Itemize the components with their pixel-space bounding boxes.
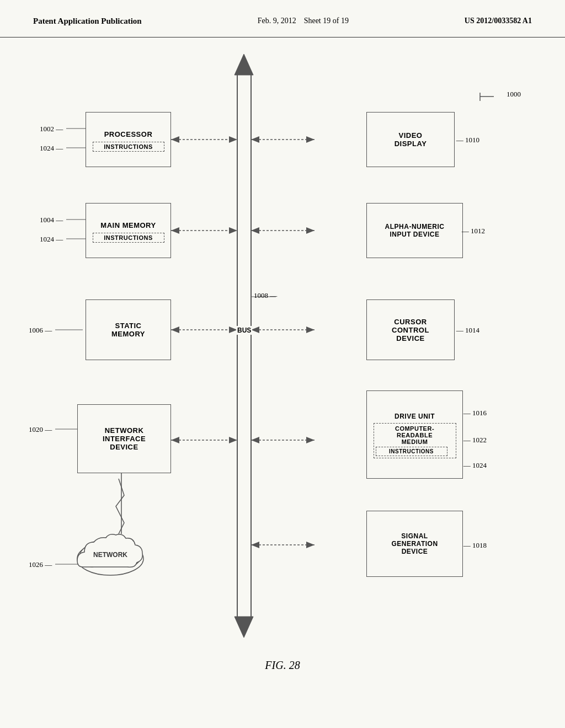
static-memory-box: STATICMEMORY (86, 299, 171, 360)
main-memory-box: MAIN MEMORY INSTRUCTIONS (86, 203, 171, 258)
cursor-control-label: CURSORCONTROLDEVICE (392, 318, 429, 342)
network-cloud-container: NETWORK (66, 523, 154, 580)
ref-1014: — 1014 (456, 326, 479, 335)
ref-1024-mem: 1024 — (40, 235, 63, 244)
svg-text:NETWORK: NETWORK (93, 551, 127, 559)
static-memory-label: STATICMEMORY (111, 322, 145, 338)
alpha-numeric-box: ALPHA-NUMERICINPUT DEVICE (366, 203, 463, 258)
page: Patent Application Publication Feb. 9, 2… (0, 0, 565, 728)
patent-number: US 2012/0033582 A1 (465, 17, 532, 25)
network-interface-label: NETWORKINTERFACEDEVICE (103, 426, 146, 451)
page-header: Patent Application Publication Feb. 9, 2… (0, 0, 565, 38)
signal-gen-label: SIGNALGENERATIONDEVICE (391, 532, 438, 555)
network-interface-box: NETWORKINTERFACEDEVICE (77, 404, 171, 473)
signal-gen-box: SIGNALGENERATIONDEVICE (366, 511, 463, 577)
video-display-label: VIDEODISPLAY (395, 131, 427, 148)
ref-1022: — 1022 (463, 436, 487, 445)
instructions-box-drive: INSTRUCTIONS (376, 447, 447, 456)
ref-1008: 1008 — (254, 291, 277, 300)
svg-marker-8 (234, 617, 253, 638)
ref-1018: — 1018 (463, 541, 487, 550)
processor-label: PROCESSOR (102, 128, 155, 141)
sheet-info: Sheet 19 of 19 (304, 17, 349, 25)
ref-1026: 1026 — (29, 560, 52, 569)
drive-unit-label: DRIVE UNIT (393, 411, 436, 421)
publication-date: Feb. 9, 2012 (258, 17, 296, 25)
ref-1000: 1000 (507, 90, 521, 99)
ref-1002: 1002 — (40, 125, 63, 133)
ref-1004: 1004 — (40, 216, 63, 224)
ref-1006: 1006 — (29, 326, 52, 335)
diagram-svg (0, 38, 565, 688)
alpha-numeric-label: ALPHA-NUMERICINPUT DEVICE (385, 223, 445, 238)
drive-unit-box: DRIVE UNIT COMPUTER-READABLEMEDIUM INSTR… (366, 390, 463, 479)
bus-label: BUS (236, 326, 252, 335)
ref-1010: — 1010 (456, 136, 479, 144)
ref-1012: — 1012 (462, 227, 485, 235)
diagram-area: 1000 PROCESSOR INSTRUCTIONS 1002 — 1024 … (0, 38, 565, 688)
network-cloud-svg: NETWORK (66, 523, 154, 578)
main-memory-label: MAIN MEMORY (98, 219, 158, 232)
ref-1024-proc: 1024 — (40, 144, 63, 153)
instructions-box-processor: INSTRUCTIONS (93, 142, 164, 152)
instructions-box-memory: INSTRUCTIONS (93, 233, 164, 243)
ref-1020: 1020 — (29, 425, 52, 434)
computer-readable-box: COMPUTER-READABLEMEDIUM INSTRUCTIONS (374, 423, 456, 458)
processor-box: PROCESSOR INSTRUCTIONS (86, 112, 171, 167)
header-center: Feb. 9, 2012 Sheet 19 of 19 (258, 17, 349, 25)
publication-title: Patent Application Publication (33, 17, 142, 26)
cursor-control-box: CURSORCONTROLDEVICE (366, 299, 455, 360)
ref-1016: — 1016 (463, 409, 487, 417)
video-display-box: VIDEODISPLAY (366, 112, 455, 167)
svg-marker-5 (234, 54, 253, 75)
ref-1024-drive: — 1024 (463, 461, 487, 470)
figure-caption: FIG. 28 (265, 659, 300, 672)
